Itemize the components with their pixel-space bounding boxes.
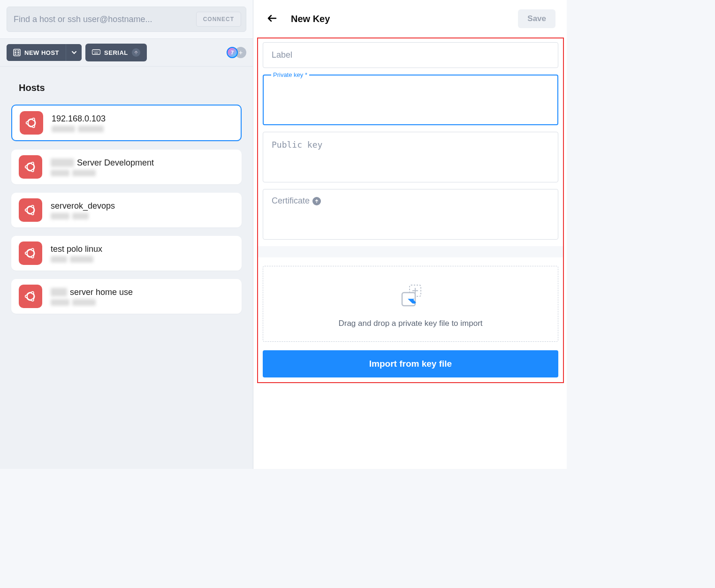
- search-bar: CONNECT: [7, 7, 246, 32]
- ubuntu-icon: [19, 241, 42, 265]
- svg-point-17: [27, 122, 28, 124]
- svg-point-46: [32, 292, 33, 294]
- certificate-field-group: Certificate: [263, 189, 558, 240]
- svg-point-33: [32, 213, 33, 214]
- public-key-field-group: [263, 132, 558, 182]
- label-input[interactable]: [263, 43, 558, 68]
- svg-point-32: [32, 206, 33, 207]
- svg-rect-4: [17, 52, 19, 53]
- svg-point-31: [26, 210, 27, 211]
- svg-point-39: [32, 249, 33, 250]
- host-subtitle: [51, 256, 234, 263]
- host-name: server home use: [51, 287, 234, 297]
- chevron-down-icon: [71, 50, 77, 55]
- serial-button[interactable]: SERIAL: [85, 44, 147, 61]
- svg-point-19: [33, 126, 34, 127]
- host-name: test polo linux: [51, 244, 234, 254]
- svg-point-45: [26, 296, 27, 297]
- label-field-group: [263, 42, 558, 68]
- notification-badge[interactable]: 7: [227, 47, 238, 58]
- svg-rect-3: [15, 52, 16, 53]
- svg-point-26: [32, 170, 33, 171]
- host-subtitle: [51, 170, 234, 176]
- private-key-label: Private key *: [271, 71, 309, 78]
- back-button[interactable]: [265, 11, 280, 27]
- host-subtitle: [51, 299, 234, 306]
- svg-point-47: [32, 299, 33, 301]
- new-host-button[interactable]: NEW HOST: [7, 44, 66, 61]
- ubuntu-icon: [20, 111, 43, 135]
- private-key-input[interactable]: [264, 75, 557, 124]
- drop-zone-text: Drag and drop a private key file to impo…: [268, 319, 553, 328]
- certificate-input[interactable]: [263, 206, 558, 234]
- host-name: serverok_devops: [51, 201, 234, 211]
- host-card[interactable]: test polo linux: [11, 236, 242, 271]
- new-host-label: NEW HOST: [24, 49, 59, 56]
- drop-zone[interactable]: Drag and drop a private key file to impo…: [263, 266, 558, 342]
- host-name: 192.168.0.103: [52, 114, 233, 124]
- upload-icon[interactable]: [312, 197, 321, 205]
- host-card[interactable]: server home use: [11, 279, 242, 314]
- ubuntu-icon: [19, 155, 42, 179]
- host-card[interactable]: Server Development: [11, 150, 242, 184]
- svg-point-10: [96, 51, 97, 52]
- save-button[interactable]: Save: [518, 9, 555, 28]
- form-highlight-region: Private key * Certificate: [257, 38, 564, 383]
- ubuntu-icon: [19, 285, 42, 308]
- keyboard-icon: [92, 49, 100, 56]
- grid-icon: [13, 49, 21, 56]
- host-subtitle: [52, 126, 233, 132]
- svg-point-18: [33, 119, 34, 120]
- private-key-field-group: Private key *: [263, 75, 558, 125]
- new-host-dropdown[interactable]: [66, 44, 82, 61]
- divider: [258, 246, 563, 257]
- svg-point-40: [32, 256, 33, 257]
- svg-rect-6: [17, 54, 19, 55]
- svg-point-38: [26, 253, 27, 254]
- svg-point-11: [98, 51, 99, 52]
- ubuntu-icon: [19, 198, 42, 222]
- serial-badge-icon: [132, 48, 140, 57]
- drop-icon: [397, 282, 424, 310]
- arrow-left-icon: [266, 13, 278, 24]
- hosts-heading: Hosts: [11, 83, 242, 93]
- search-input[interactable]: [14, 15, 196, 24]
- svg-point-9: [95, 51, 96, 52]
- svg-point-25: [32, 163, 33, 164]
- svg-rect-7: [92, 50, 100, 54]
- serial-label: SERIAL: [104, 49, 128, 56]
- host-subtitle: [51, 213, 234, 219]
- public-key-input[interactable]: [263, 132, 558, 182]
- svg-rect-5: [15, 54, 16, 55]
- connect-button[interactable]: CONNECT: [196, 12, 241, 27]
- certificate-label: Certificate: [272, 196, 310, 206]
- svg-rect-12: [94, 53, 98, 53]
- host-card[interactable]: serverok_devops: [11, 193, 242, 227]
- page-title: New Key: [291, 14, 507, 24]
- svg-rect-1: [15, 51, 16, 52]
- new-host-group: NEW HOST: [7, 44, 82, 61]
- svg-rect-2: [17, 51, 19, 52]
- host-card[interactable]: 192.168.0.103: [11, 105, 242, 141]
- import-button[interactable]: Import from key file: [263, 350, 558, 377]
- host-name: Server Development: [51, 158, 234, 168]
- svg-point-8: [93, 51, 94, 52]
- svg-point-24: [26, 166, 27, 168]
